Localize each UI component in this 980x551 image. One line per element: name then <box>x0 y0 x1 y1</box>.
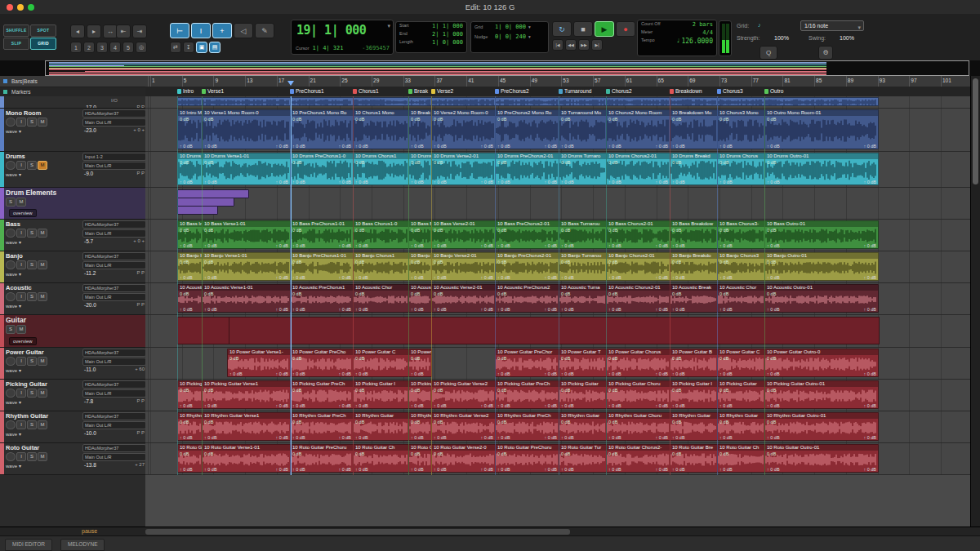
audio-clip[interactable]: 10 Banjo Chorus10 dB↑ 0 dB <box>353 252 409 281</box>
count-off-value[interactable]: 2 bars <box>693 21 713 28</box>
audio-clip[interactable]: 10 Bass Intro-010 dB↑ 0 dB <box>177 220 203 249</box>
volume-readout[interactable]: -11.0 <box>84 367 96 372</box>
strength-value[interactable]: 100% <box>774 35 789 41</box>
record-button[interactable]: ● <box>616 21 635 37</box>
input-path[interactable]: HDAuMorpher37 <box>82 380 145 389</box>
zoom-in-icon[interactable]: ▸ <box>87 24 101 38</box>
audio-clip[interactable]: 10 Bass Chorus2-010 dB↑ 0 dB↑ 0 dB <box>606 220 670 249</box>
track-name[interactable]: Bass <box>6 220 81 228</box>
audio-clip[interactable]: 10 Rhythm Guitar0 dB↑ 0 dB <box>177 412 203 441</box>
mirrored-editing-icon[interactable]: ⇄ <box>170 42 181 53</box>
rewind-button[interactable]: ◀◀ <box>565 39 577 51</box>
audio-clip[interactable]: 10 Rhythm0 dB↑ 0 dB <box>408 412 432 441</box>
volume-readout[interactable]: -13.8 <box>84 462 96 468</box>
audio-clip[interactable]: 10 Verse1 Mono Room-00 dB↑ 0 dB↑ 0 dB <box>202 109 291 149</box>
audio-clip[interactable]: 10 Picking Guitar I0 dB↑ 0 dB <box>353 380 409 409</box>
mute-button[interactable]: M <box>16 198 26 207</box>
audio-clip[interactable] <box>495 97 559 106</box>
audio-clip[interactable]: 10 Bass Chorus1-00 dB↑ 0 dB <box>353 220 409 249</box>
audio-clip[interactable]: 10 Bass Turnarou0 dB↑ 0 dB <box>559 220 607 249</box>
record-enable-button[interactable] <box>6 452 16 461</box>
audio-clip[interactable]: 10 Rhythm Guitar PreCh0 dB↑ 0 dB↑ 0 dB <box>290 412 354 441</box>
audio-clip[interactable]: 10 Picking Guitar Choru0 dB↑ 0 dB↑ 0 dB <box>606 380 670 409</box>
tab-midi-editor[interactable]: MIDI EDITOR <box>5 539 52 551</box>
zoom-out-icon[interactable]: ◂ <box>70 24 85 38</box>
track-view-selector[interactable]: wave▾ <box>6 303 81 309</box>
play-button[interactable]: ▶ <box>595 21 614 37</box>
pan-readout[interactable]: P P <box>136 430 145 436</box>
fast-forward-button[interactable]: ▶▶ <box>578 39 590 51</box>
output-path[interactable]: Main Out L/R <box>82 453 145 461</box>
meter-value[interactable]: 4/4 <box>702 29 713 36</box>
selection-start[interactable]: 1| 1| 000 <box>432 23 463 29</box>
audio-clip[interactable]: 10 Acoustic Chor0 dB↑ 0 dB <box>717 284 765 313</box>
audio-clip[interactable]: 10 Rhythm Guitar0 dB↑ 0 dB <box>559 412 607 441</box>
volume-readout[interactable]: -11.2 <box>84 270 96 276</box>
input-monitor-button[interactable]: I <box>16 229 26 238</box>
input-monitor-button[interactable]: I <box>16 420 26 429</box>
audio-clip[interactable]: 10 Roto Guitar Int0 dB↑ 0 dB <box>177 444 203 473</box>
grid-mode-button[interactable]: GRID <box>30 38 56 50</box>
mute-button[interactable]: M <box>38 357 47 366</box>
solo-button[interactable]: S <box>27 229 37 238</box>
audio-clip[interactable]: 10 Chorus2 Mono Room0 dB↑ 0 dB↑ 0 dB <box>606 109 670 149</box>
marker-prechorus2[interactable]: PreChorus2 <box>495 88 529 94</box>
track-name[interactable]: Drums <box>6 153 81 160</box>
track-view-selector[interactable]: wave▾ <box>6 171 81 177</box>
grid-resolution-select[interactable]: 1/16 note ▾ <box>800 20 864 31</box>
insertion-follows-playback-icon[interactable]: ↧ <box>183 42 194 53</box>
audio-clip[interactable]: 10 Bass PreChorus1-010 dB↑ 0 dB↑ 0 dB <box>290 220 354 249</box>
audio-clip[interactable]: 10 Roto Guitar Verse1-010 dB↑ 0 dB↑ 0 dB <box>202 444 291 473</box>
record-enable-button[interactable] <box>6 357 16 366</box>
audio-clip[interactable]: 10 Bass Chorus3-0 dB↑ 0 dB <box>717 220 765 249</box>
go-to-end-button[interactable]: ▶| <box>591 39 603 51</box>
selection-end[interactable]: 2| 1| 000 <box>432 31 463 38</box>
clip-block[interactable] <box>177 317 229 344</box>
chevron-down-icon[interactable]: ▾ <box>528 24 531 29</box>
mute-button[interactable]: M <box>38 452 47 461</box>
selector-tool-icon[interactable]: I <box>191 23 211 38</box>
output-path[interactable]: Main Out L/R <box>82 358 145 366</box>
audio-clip[interactable]: 10 Bass Br0 dB↑ 0 dB <box>408 220 432 249</box>
audio-clip[interactable]: 10 Acoustic Outro-010 dB↑ 0 dB↑ 0 dB <box>764 284 879 313</box>
timebase-ruler-label[interactable]: Bars|Beats <box>0 76 145 87</box>
audio-clip[interactable]: 10 PreChorus2 Mono Ro0 dB↑ 0 dB↑ 0 dB <box>495 109 559 149</box>
audio-clip[interactable] <box>559 97 607 106</box>
link-timeline-edit-icon[interactable]: ▣ <box>196 42 207 53</box>
audio-clip[interactable]: 10 Picking G0 dB↑ 0 dB <box>408 380 432 409</box>
audio-clip[interactable]: 10 Picking Guitar PreCh0 dB↑ 0 dB↑ 0 dB <box>290 380 354 409</box>
record-enable-button[interactable] <box>6 389 16 398</box>
zoom-preset-5[interactable]: 5 <box>122 42 134 53</box>
solo-button[interactable]: S <box>27 292 37 301</box>
clip-block[interactable] <box>229 317 880 344</box>
tab-melodyne[interactable]: MELODYNE <box>60 539 105 551</box>
audio-clip[interactable]: 10 Bass Verse1-010 dB↑ 0 dB↑ 0 dB <box>202 220 291 249</box>
audio-clip[interactable] <box>353 97 409 106</box>
marker-chorus3[interactable]: Chorus3 <box>717 88 743 94</box>
audio-clip[interactable]: 10 Drums Chorus2-010 dB↑ 0 dB↑ 0 dB <box>606 153 670 185</box>
audio-clip[interactable]: 10 Rhythm Guitar0 dB↑ 0 dB <box>353 412 409 441</box>
audio-clip[interactable]: 10 Picking Guitar I0 dB↑ 0 dB <box>670 380 718 409</box>
track-view-selector[interactable]: wave▾ <box>6 271 81 277</box>
audio-clip[interactable]: 10 Power Guitar PreChor0 dB↑ 0 dB↑ 0 dB <box>495 349 559 377</box>
volume-readout[interactable]: -7.8 <box>84 398 93 404</box>
marker-verse1[interactable]: Verse1 <box>202 88 224 94</box>
track-name[interactable]: Drum Elements <box>6 189 104 197</box>
audio-clip[interactable] <box>717 97 765 106</box>
audio-clip[interactable]: 10 Power Guitar B0 dB↑ 0 dB <box>670 349 718 377</box>
audio-clip[interactable]: 10 Chorus3 Mono0 dB↑ 0 dB <box>717 109 765 149</box>
record-enable-button[interactable] <box>6 118 16 127</box>
audio-clip[interactable]: 10 Drums Verse2-010 dB↑ 0 dB↑ 0 dB <box>431 153 496 185</box>
audio-clip[interactable]: 10 Roto Guitar Tur0 dB↑ 0 dB <box>559 444 607 473</box>
marker-turnaround[interactable]: Turnaround <box>559 88 591 94</box>
mute-button[interactable]: M <box>38 118 47 127</box>
audio-clip[interactable] <box>431 97 496 106</box>
record-enable-button[interactable] <box>6 229 16 238</box>
audio-clip[interactable]: 10 Picking Guitar0 dB↑ 0 dB <box>717 380 765 409</box>
audio-clip[interactable]: 10 Acoustic PreChorus20 dB↑ 0 dB↑ 0 dB <box>495 284 559 313</box>
audio-clip[interactable]: 10 Acoustic0 dB↑ 0 dB <box>408 284 432 313</box>
marker-break[interactable]: Break <box>408 88 428 94</box>
magnifier-icon[interactable]: ◎ <box>136 42 147 53</box>
audio-clip[interactable]: 10 Banjo Turnarou0 dB↑ 0 dB <box>559 252 607 281</box>
stop-button[interactable]: ■ <box>573 21 593 37</box>
